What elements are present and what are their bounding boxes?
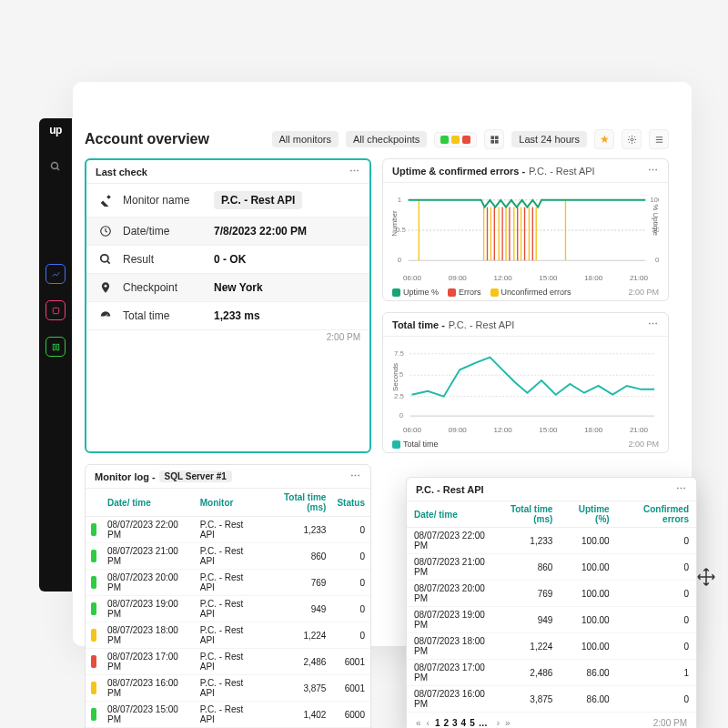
- table-row[interactable]: 08/07/2023 21:00 PM P.C. - Rest API 860 …: [86, 543, 370, 570]
- table-row[interactable]: 08/07/2023 22:00 PM P.C. - Rest API 1,23…: [86, 517, 370, 543]
- pager-page[interactable]: 5: [470, 718, 475, 728]
- table-row[interactable]: 08/07/2023 19:00 PM P.C. - Rest API 949 …: [86, 596, 370, 622]
- table-row[interactable]: 08/07/2023 15:00 PM P.C. - Rest API 1,40…: [86, 702, 370, 728]
- card-menu-icon[interactable]: ⋯: [676, 483, 687, 495]
- move-icon[interactable]: [696, 567, 716, 587]
- status-warn-icon: [451, 136, 460, 144]
- status-indicator: [91, 550, 96, 562]
- col-totaltime[interactable]: Total time (ms): [262, 489, 332, 517]
- table-row[interactable]: 08/07/2023 17:00 PM 2,486 86.00 1: [407, 660, 696, 686]
- svg-text:0: 0: [399, 411, 404, 420]
- table-row[interactable]: 08/07/2023 18:00 PM P.C. - Rest API 1,22…: [86, 622, 370, 649]
- totaltime-chart: 7.5 5 2.5 0: [392, 342, 659, 424]
- filter-monitors[interactable]: All monitors: [272, 131, 339, 147]
- svg-rect-6: [495, 136, 499, 139]
- lastcheck-label: Result: [123, 253, 214, 266]
- table-row[interactable]: 08/07/2023 17:00 PM P.C. - Rest API 2,48…: [86, 649, 370, 675]
- legend-errors: Errors: [459, 288, 481, 297]
- status-indicator: [91, 523, 96, 536]
- col-datetime[interactable]: Date/ time: [102, 489, 195, 517]
- uptime-chart: 1100 0.550 00: [392, 188, 659, 272]
- col-monitor[interactable]: Monitor: [195, 489, 262, 517]
- lastcheck-row: Checkpoint New York: [86, 274, 369, 302]
- table-row[interactable]: 08/07/2023 16:00 PM P.C. - Rest API 3,87…: [86, 675, 370, 702]
- totaltime-timestamp: 2:00 PM: [628, 440, 659, 449]
- detail-popup[interactable]: P.C. - Rest API ⋯ Date/ time Total time …: [406, 477, 697, 728]
- totaltime-subtitle: P.C. - Rest API: [449, 319, 515, 330]
- lastcheck-icon: [97, 309, 114, 322]
- monitor-log-chip[interactable]: SQL Server #1: [159, 470, 232, 482]
- svg-rect-3: [53, 344, 55, 349]
- lastcheck-icon: [97, 253, 114, 266]
- sidebar-item-1[interactable]: [46, 264, 66, 284]
- pager-page[interactable]: 1: [435, 718, 440, 728]
- table-row[interactable]: 08/07/2023 21:00 PM 860 100.00 0: [407, 554, 696, 581]
- sidebar: up: [39, 118, 72, 592]
- monitor-log-title: Monitor log -: [95, 471, 156, 482]
- svg-point-0: [52, 163, 58, 169]
- monitor-log-card: Monitor log - SQL Server #1 ⋯ Date/ time…: [85, 464, 371, 728]
- col-status[interactable]: Status: [331, 489, 370, 517]
- pager-prev-icon[interactable]: ‹: [427, 718, 430, 728]
- pager-page[interactable]: 4: [461, 718, 467, 728]
- pager-page[interactable]: …: [479, 718, 488, 728]
- uptime-left-axis: Number: [390, 210, 399, 236]
- pager-next-icon[interactable]: ›: [497, 718, 500, 728]
- lastcheck-label: Monitor name: [123, 194, 214, 207]
- card-menu-icon[interactable]: ⋯: [648, 318, 659, 330]
- last-check-card: Last check ⋯ Monitor name P.C. - Rest AP…: [85, 158, 371, 453]
- table-row[interactable]: 08/07/2023 19:00 PM 949 100.00 0: [407, 607, 696, 633]
- svg-rect-4: [56, 344, 58, 349]
- svg-rect-2: [53, 308, 58, 313]
- popup-table: Date/ time Total time (ms) Uptime (%) Co…: [407, 501, 696, 713]
- popup-col-datetime[interactable]: Date/ time: [407, 501, 495, 528]
- status-indicator: [91, 682, 96, 694]
- grid-icon[interactable]: [484, 129, 504, 149]
- lastcheck-value: 1,233 ms: [214, 309, 260, 322]
- pager-last-icon[interactable]: »: [505, 718, 511, 728]
- legend-totaltime: Total time: [403, 440, 439, 449]
- star-icon[interactable]: ★: [594, 129, 614, 149]
- table-row[interactable]: 08/07/2023 20:00 PM P.C. - Rest API 769 …: [86, 570, 370, 596]
- status-ok-icon: [440, 136, 449, 144]
- lastcheck-label: Total time: [123, 309, 214, 322]
- status-indicator: [91, 708, 96, 721]
- totaltime-card: Total time - P.C. - Rest API ⋯ Seconds 7…: [382, 312, 669, 453]
- lastcheck-value: 7/8/2023 22:00 PM: [214, 225, 307, 238]
- lastcheck-label: Date/time: [123, 225, 214, 238]
- menu-icon[interactable]: [649, 129, 669, 149]
- sidebar-item-2[interactable]: [46, 300, 66, 320]
- table-row[interactable]: 08/07/2023 20:00 PM 769 100.00 0: [407, 581, 696, 607]
- search-icon[interactable]: [46, 157, 66, 177]
- pager-page[interactable]: 3: [452, 718, 458, 728]
- status-indicator: [91, 655, 96, 668]
- svg-rect-5: [490, 136, 494, 139]
- table-row[interactable]: 08/07/2023 22:00 PM 1,233 100.00 0: [407, 528, 696, 554]
- svg-text:2.5: 2.5: [394, 392, 405, 400]
- svg-rect-7: [490, 139, 494, 143]
- pager-first-icon[interactable]: «: [416, 718, 421, 728]
- pager-page[interactable]: 2: [443, 718, 449, 728]
- filter-checkpoints[interactable]: All checkpoints: [346, 131, 427, 147]
- card-menu-icon[interactable]: ⋯: [350, 470, 361, 482]
- gear-icon[interactable]: [622, 129, 642, 149]
- popup-col-totaltime[interactable]: Total time (ms): [495, 501, 561, 528]
- uptime-subtitle: P.C. - Rest API: [529, 166, 595, 177]
- table-row[interactable]: 08/07/2023 18:00 PM 1,224 100.00 0: [407, 633, 696, 660]
- timerange[interactable]: Last 24 hours: [511, 131, 587, 147]
- logo: up: [49, 124, 62, 136]
- lastcheck-row: Date/time 7/8/2023 22:00 PM: [86, 217, 369, 246]
- popup-col-uptime[interactable]: Uptime (%): [560, 501, 616, 528]
- totaltime-left-axis: Seconds: [391, 363, 399, 391]
- status-indicator: [91, 602, 96, 615]
- totaltime-title: Total time -: [392, 319, 445, 330]
- card-menu-icon[interactable]: ⋯: [648, 165, 659, 177]
- svg-line-1: [57, 168, 60, 171]
- sidebar-item-3[interactable]: [46, 337, 66, 357]
- monitor-log-table: Date/ time Monitor Total time (ms) Statu…: [86, 489, 370, 728]
- status-filter[interactable]: [434, 132, 477, 147]
- card-menu-icon[interactable]: ⋯: [349, 166, 360, 177]
- table-row[interactable]: 08/07/2023 16:00 PM 3,875 86.00 0: [407, 686, 696, 713]
- popup-col-errors[interactable]: Confirmed errors: [617, 501, 696, 528]
- popup-pager: « ‹ 12345… › » 2:00 PM: [407, 713, 696, 728]
